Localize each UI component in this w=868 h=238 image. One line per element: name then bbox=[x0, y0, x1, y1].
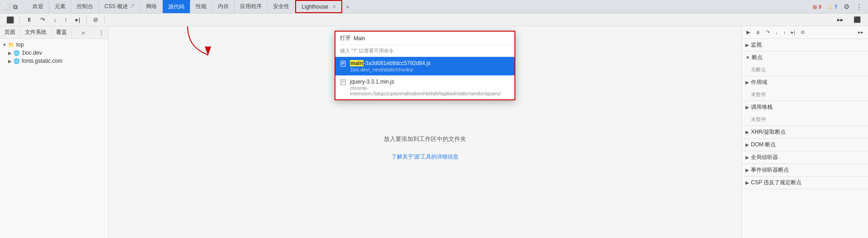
tab-security[interactable]: 安全性 bbox=[268, 0, 295, 13]
tab-memory[interactable]: 内存 bbox=[212, 0, 235, 13]
sidebar-tab-overrides[interactable]: 覆盖 bbox=[52, 27, 72, 38]
svg-rect-0 bbox=[341, 61, 345, 66]
step-into-button[interactable]: ↓ bbox=[50, 15, 60, 24]
xhr-expand-icon: ▶ bbox=[745, 130, 749, 135]
settings-icon[interactable]: ⚙ bbox=[842, 3, 851, 11]
empty-workspace-text: 放入要添加到工作区中的文件夹 bbox=[384, 135, 466, 144]
rp-section-xhr-header[interactable]: ▶ XHR/提取断点 bbox=[742, 126, 868, 138]
file-icon-jquery bbox=[340, 79, 346, 85]
quick-open-item-jquery-content: jquery-3.3.1.min.js chrome-extension://p… bbox=[350, 79, 510, 96]
rp-step-out-button[interactable]: ↑ bbox=[782, 29, 788, 36]
rp-more-button[interactable]: ▸▸ bbox=[856, 28, 865, 36]
sidebar-tab-filesystem[interactable]: 文件系统 bbox=[20, 27, 52, 38]
sidebar-tab-page[interactable]: 页面 bbox=[0, 27, 20, 38]
highlight-main: main bbox=[350, 60, 363, 66]
toggle-sidebar-button[interactable]: ⬛ bbox=[4, 15, 17, 24]
folder-icon: 📁 bbox=[8, 42, 14, 48]
quick-open-item-main-content: main-3a3d081eb9dcc5792d84.js 1loc.dev/_n… bbox=[350, 60, 430, 72]
quick-open-item-main-path: 1loc.dev/_next/static/chunks/ bbox=[350, 67, 430, 72]
learn-more-link[interactable]: 了解关于'源'工具的详细信息 bbox=[392, 153, 459, 161]
deactivate-breakpoints-button[interactable]: ⊘ bbox=[90, 15, 102, 24]
rp-section-breakpoints-header[interactable]: ▼ 断点 bbox=[742, 51, 868, 64]
tree-item-fontsgstatic[interactable]: ▶ 🌐 fonts.gstatic.com bbox=[0, 57, 108, 65]
rp-deactivate-button[interactable]: ⊘ bbox=[799, 28, 807, 36]
more-toolbar-button[interactable]: ▸▸ bbox=[834, 15, 847, 24]
rp-section-csp-header[interactable]: ▶ CSP 违反了规定断点 bbox=[742, 177, 868, 189]
warning-badge[interactable]: ⚠ 7 bbox=[826, 3, 839, 11]
tab-welcome[interactable]: 欢迎 bbox=[27, 0, 49, 13]
toggle-right-panel-button[interactable]: ⬛ bbox=[850, 15, 864, 24]
step-out-button[interactable]: ↑ bbox=[61, 15, 71, 24]
network-icon-fonts: 🌐 bbox=[14, 58, 20, 64]
rp-step-over-button[interactable]: ↷ bbox=[764, 28, 772, 36]
tab-bar: ⬜ ⧉ 欢迎 元素 控制台 CSS 概述 ↗ 网络 源代码 性能 内存 应用程序 bbox=[0, 0, 868, 14]
toolbar-separator-2 bbox=[86, 16, 87, 23]
tree-expand-1locdev-icon: ▶ bbox=[7, 51, 13, 56]
callstack-empty-text: 未暂停 bbox=[742, 113, 868, 126]
csp-expand-icon: ▶ bbox=[745, 180, 749, 185]
scope-expand-icon: ▶ bbox=[745, 80, 749, 85]
breakpoints-empty-text: 无断点 bbox=[742, 64, 868, 76]
rp-resume-button[interactable]: ▶ bbox=[745, 28, 752, 36]
tab-lighthouse[interactable]: Lighthouse ✕ bbox=[295, 0, 342, 13]
rp-section-scope-header[interactable]: ▶ 作用域 bbox=[742, 76, 868, 89]
rp-step-button[interactable]: ▸| bbox=[789, 28, 797, 36]
quick-open-item-main[interactable]: main-3a3d081eb9dcc5792d84.js 1loc.dev/_n… bbox=[335, 57, 514, 75]
tab-application[interactable]: 应用程序 bbox=[235, 0, 268, 13]
right-debug-panel: ▶ ⏸ ↷ ↓ ↑ ▸| ⊘ ▸▸ ▶ 监视 ▼ 断点 bbox=[741, 26, 868, 238]
sidebar-tabs: 页面 文件系统 覆盖 » ⋮ bbox=[0, 26, 108, 39]
rp-section-callstack-header[interactable]: ▶ 调用堆栈 bbox=[742, 101, 868, 113]
content-area: 打开 键入 "?" 以查看可用命令 bbox=[108, 26, 741, 238]
event-expand-icon: ▶ bbox=[745, 168, 749, 173]
rp-section-breakpoints: ▼ 断点 无断点 bbox=[742, 51, 868, 76]
sidebar-more-button[interactable]: » bbox=[78, 27, 89, 38]
rp-section-global-header[interactable]: ▶ 全局侦听器 bbox=[742, 151, 868, 163]
quick-open-input-row: 打开 bbox=[335, 32, 514, 45]
rp-step-in-button[interactable]: ↓ bbox=[774, 29, 780, 36]
quick-open-input[interactable] bbox=[354, 35, 510, 42]
scope-empty-text: 未暂停 bbox=[742, 89, 868, 101]
file-tree: ▼ 📁 top ▶ 🌐 1loc.dev ▶ 🌐 fonts.gstatic.c… bbox=[0, 39, 108, 67]
pause-resume-button[interactable]: ⏸ bbox=[23, 15, 36, 24]
quick-open-item-jquery[interactable]: jquery-3.3.1.min.js chrome-extension://p… bbox=[335, 75, 514, 99]
tab-console[interactable]: 控制台 bbox=[71, 0, 99, 13]
rp-section-event-header[interactable]: ▶ 事件侦听器断点 bbox=[742, 164, 868, 176]
rp-section-watch: ▶ 监视 bbox=[742, 39, 868, 51]
rp-section-watch-header[interactable]: ▶ 监视 bbox=[742, 39, 868, 51]
svg-rect-4 bbox=[341, 79, 345, 85]
rp-section-scope: ▶ 作用域 未暂停 bbox=[742, 76, 868, 101]
tree-item-top[interactable]: ▼ 📁 top bbox=[0, 41, 108, 49]
more-options-icon[interactable]: ⋮ bbox=[854, 3, 864, 11]
toolbar-separator-3 bbox=[104, 16, 105, 23]
tab-close-lighthouse[interactable]: ✕ bbox=[332, 4, 336, 9]
quick-open-item-main-name: main-3a3d081eb9dcc5792d84.js bbox=[350, 60, 430, 66]
sidebar-actions-button[interactable]: ⋮ bbox=[94, 29, 108, 36]
network-icon-1locdev: 🌐 bbox=[14, 50, 20, 56]
tree-item-1locdev[interactable]: ▶ 🌐 1loc.dev bbox=[0, 49, 108, 57]
tab-css-overview[interactable]: CSS 概述 ↗ bbox=[99, 0, 141, 13]
quick-open-results: main-3a3d081eb9dcc5792d84.js 1loc.dev/_n… bbox=[335, 57, 514, 99]
rp-section-dom-header[interactable]: ▶ DOM 断点 bbox=[742, 139, 868, 151]
rp-section-csp: ▶ CSP 违反了规定断点 bbox=[742, 177, 868, 189]
sources-toolbar: ⬛ ⏸ ↷ ↓ ↑ ▸| ⊘ ▸▸ ⬛ bbox=[0, 14, 868, 26]
responsive-icon[interactable]: ⧉ bbox=[13, 3, 18, 11]
rp-section-callstack: ▶ 调用堆栈 未暂停 bbox=[742, 101, 868, 126]
quick-open-item-jquery-path: chrome-extension://pkgcccpejnmalmdinmhkk… bbox=[350, 85, 510, 96]
device-icon[interactable]: ⬜ bbox=[3, 3, 10, 10]
rp-pause-button[interactable]: ⏸ bbox=[754, 29, 762, 36]
tab-elements[interactable]: 元素 bbox=[49, 0, 71, 13]
tab-network[interactable]: 网络 bbox=[141, 0, 163, 13]
rp-section-dom: ▶ DOM 断点 bbox=[742, 139, 868, 151]
callstack-expand-icon: ▶ bbox=[745, 105, 749, 110]
right-panel-toolbar: ▶ ⏸ ↷ ↓ ↑ ▸| ⊘ ▸▸ bbox=[742, 26, 868, 39]
step-over-button[interactable]: ↷ bbox=[37, 15, 49, 24]
step-button[interactable]: ▸| bbox=[72, 15, 84, 24]
tab-sources[interactable]: 源代码 bbox=[163, 0, 190, 13]
quick-open-hint: 键入 "?" 以查看可用命令 bbox=[335, 45, 514, 57]
tab-add-button[interactable]: + bbox=[342, 0, 353, 13]
error-badge[interactable]: ⊗ 3 bbox=[811, 3, 823, 11]
file-icon-main bbox=[340, 61, 346, 67]
tab-performance[interactable]: 性能 bbox=[190, 0, 212, 13]
global-expand-icon: ▶ bbox=[745, 155, 749, 160]
watch-expand-icon: ▶ bbox=[745, 42, 749, 47]
